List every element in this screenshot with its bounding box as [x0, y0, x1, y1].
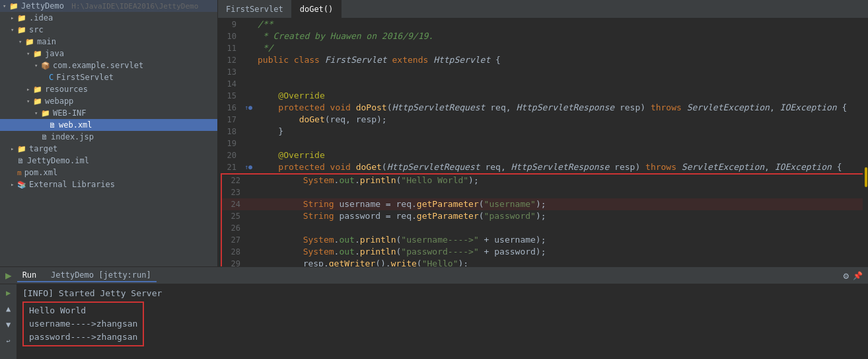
- console-line: [INFO] Started Jetty Server: [22, 287, 863, 300]
- sidebar-label: main: [37, 37, 56, 46]
- sidebar-label: web.xml: [59, 120, 92, 130]
- sidebar-item-webapp[interactable]: 📁 webapp: [0, 95, 217, 107]
- iml-file-icon: 🗎: [17, 157, 24, 165]
- sidebar-label: webapp: [45, 97, 73, 106]
- code-editor[interactable]: 9 /** 10 * Created by Huawen on 2016/9/1…: [218, 19, 868, 266]
- code-line: 13: [218, 66, 868, 78]
- bottom-content: ▶ ▲ ▼ ↩ [INFO] Started Jetty Server Hell…: [0, 284, 868, 359]
- run-tab-icon: ▶: [5, 269, 12, 282]
- bottom-tab-left: ▶ Run JettyDemo [jetty:run]: [5, 269, 157, 282]
- bottom-panel: ▶ Run JettyDemo [jetty:run] ⚙ 📌 ▶ ▲ ▼ ↩ …: [0, 266, 868, 359]
- folder-icon: 📁: [17, 14, 26, 22]
- sidebar-item-jettydemo[interactable]: 📁 JettyDemo H:\JavaIDE\IDEA2016\JettyDem…: [0, 0, 217, 12]
- folder-icon: 📁: [41, 109, 50, 118]
- tab-first-servlet[interactable]: FirstServlet: [218, 0, 292, 18]
- sidebar-item-package[interactable]: 📦 com.example.servlet: [0, 60, 217, 71]
- tab-doget[interactable]: doGet(): [292, 0, 342, 18]
- sidebar-item-external-libs[interactable]: 📚 External Libraries: [0, 179, 217, 190]
- folder-icon: 📁: [33, 97, 42, 106]
- tree-arrow: [34, 62, 41, 69]
- sidebar-item-src[interactable]: 📁 src: [0, 24, 217, 36]
- folder-icon: 📁: [25, 38, 34, 46]
- code-line: 28 System.out.println("password---->" + …: [222, 246, 864, 258]
- bottom-tab-bar: ▶ Run JettyDemo [jetty:run] ⚙ 📌: [0, 267, 868, 284]
- sidebar-item-index-jsp[interactable]: 🗎 index.jsp: [0, 131, 217, 143]
- code-line: 11 */: [218, 42, 868, 54]
- sidebar-item-java[interactable]: 📁 java: [0, 48, 217, 60]
- lib-icon: 📚: [17, 180, 26, 189]
- sidebar-item-iml[interactable]: 🗎 JettyDemo.iml: [0, 155, 217, 167]
- sidebar-item-resources[interactable]: 📁 resources: [0, 83, 217, 95]
- folder-icon: 📁: [33, 85, 42, 94]
- tree-arrow: [3, 3, 9, 9]
- editor-tab-bar: FirstServlet doGet(): [218, 0, 868, 19]
- sidebar-item-main[interactable]: 📁 main: [0, 36, 217, 48]
- code-line: 9 /**: [218, 19, 868, 30]
- scroll-thumb: [865, 167, 867, 187]
- code-line: 15 @Override: [218, 90, 868, 102]
- package-icon: 📦: [41, 61, 50, 70]
- code-line: 23: [222, 186, 864, 198]
- sidebar-label: src: [29, 25, 44, 34]
- code-line: 26: [222, 222, 864, 234]
- console-line: Hello World: [29, 304, 137, 317]
- editor-area: FirstServlet doGet() 9 /** 10 * Created …: [218, 0, 868, 266]
- tree-arrow: [11, 145, 17, 152]
- scrollbar[interactable]: [863, 19, 868, 266]
- sidebar-label: java: [45, 49, 64, 58]
- bottom-tab-right: ⚙ 📌: [844, 270, 863, 281]
- xml-file-icon: 🗎: [49, 121, 56, 130]
- code-line: 18 }: [218, 126, 868, 138]
- sidebar-item-first-servlet[interactable]: C FirstServlet: [0, 71, 217, 83]
- project-icon: 📁: [9, 2, 18, 11]
- sidebar-label: com.example.servlet: [53, 61, 143, 70]
- sidebar-label: WEB-INF: [53, 108, 87, 118]
- code-line: 16 ↑● protected void doPost(HttpServletR…: [218, 102, 868, 114]
- run-button[interactable]: ▶: [3, 287, 15, 299]
- code-line: 27 System.out.println("username---->" + …: [222, 234, 864, 246]
- pin-icon[interactable]: 📌: [853, 271, 863, 280]
- sidebar-item-idea[interactable]: 📁 .idea: [0, 12, 217, 24]
- run-config-label: JettyDemo [jetty:run]: [51, 270, 151, 280]
- sidebar-item-web-inf[interactable]: 📁 WEB-INF: [0, 107, 217, 119]
- down-button[interactable]: ▼: [3, 319, 15, 331]
- sidebar-item-web-xml[interactable]: 🗎 web.xml: [0, 119, 217, 131]
- folder-icon: 📁: [33, 50, 42, 58]
- code-line-24: 24 String username = req.getParameter("u…: [222, 198, 864, 210]
- tree-arrow: [26, 86, 33, 93]
- gear-icon[interactable]: ⚙: [844, 270, 849, 281]
- project-name-label: JettyDemo H:\JavaIDE\IDEA2016\JettyDemo: [21, 1, 198, 11]
- sidebar-label: FirstServlet: [56, 73, 114, 82]
- console-line: username---->zhangsan: [29, 317, 137, 331]
- console-line: password---->zhangsan: [29, 331, 137, 344]
- tree-arrow: [26, 98, 33, 104]
- pom-file-icon: m: [17, 169, 22, 177]
- jsp-file-icon: 🗎: [41, 133, 48, 141]
- tree-arrow: [34, 110, 41, 116]
- code-line: 10 * Created by Huawen on 2016/9/19.: [218, 30, 868, 42]
- bottom-controls: ▶ ▲ ▼ ↩: [0, 284, 17, 359]
- console-output: [INFO] Started Jetty Server Hello World …: [17, 284, 868, 359]
- code-line: 12 public class FirstServlet extends Htt…: [218, 54, 868, 66]
- sidebar-item-pom[interactable]: m pom.xml: [0, 167, 217, 179]
- code-line: 21 ↑● protected void doGet(HttpServletRe…: [218, 161, 868, 173]
- sidebar-label: External Libraries: [29, 180, 115, 189]
- folder-icon: 📁: [17, 26, 26, 34]
- sidebar-label: resources: [45, 85, 88, 94]
- code-line: 19: [218, 138, 868, 149]
- sidebar-label: target: [29, 144, 57, 153]
- tree-arrow: [11, 26, 17, 33]
- java-file-icon: C: [49, 73, 54, 82]
- sidebar-item-target[interactable]: 📁 target: [0, 143, 217, 155]
- wrap-button[interactable]: ↩: [3, 335, 15, 346]
- tree-arrow: [26, 50, 33, 57]
- code-line: 29 resp.getWriter().write("Hello");: [222, 258, 864, 266]
- project-path: H:\JavaIDE\IDEA2016\JettyDemo: [71, 2, 198, 11]
- code-line: 25 String password = req.getParameter("p…: [222, 210, 864, 222]
- tab-run[interactable]: Run JettyDemo [jetty:run]: [17, 269, 157, 282]
- code-line: 20 @Override: [218, 149, 868, 161]
- sidebar-label: JettyDemo.iml: [27, 156, 89, 165]
- console-red-box: Hello World username---->zhangsan passwo…: [22, 301, 144, 346]
- sidebar-label: index.jsp: [51, 132, 94, 141]
- up-button[interactable]: ▲: [3, 303, 15, 315]
